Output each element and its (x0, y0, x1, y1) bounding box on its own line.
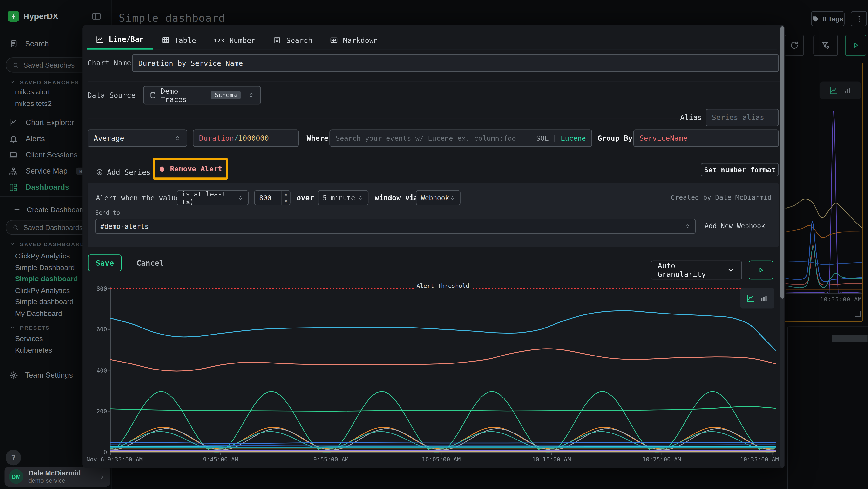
dashboard-tile-content (832, 335, 868, 342)
dashboard-list-item[interactable]: Simple dashboard (15, 297, 73, 308)
tile-resize-handle[interactable] (855, 311, 861, 317)
mini-chart-axis (785, 293, 862, 294)
field-input[interactable]: Duration/1000000 (193, 130, 299, 147)
alert-prefix-label: Alert when the value (96, 190, 180, 205)
save-button[interactable]: Save (88, 254, 122, 271)
database-icon (150, 91, 156, 99)
window-via-label: window via (375, 190, 418, 205)
saved-search-item[interactable]: mikes tets2 (15, 99, 52, 110)
run-query-button[interactable] (845, 34, 866, 56)
filter-icon (821, 41, 830, 50)
data-source-select[interactable]: Demo Traces Schema (143, 86, 261, 104)
alias-input[interactable]: Series alias (706, 109, 779, 126)
granularity-select[interactable]: Auto Granularity (651, 261, 742, 280)
refresh-button[interactable] (784, 34, 804, 56)
sql-toggle[interactable]: SQL (536, 134, 549, 142)
chart-type-tabs: Line/BarTable123NumberSearchMarkdown (87, 31, 777, 50)
presets-header[interactable]: PRESETS (9, 324, 50, 332)
where-search-input[interactable]: Search your events w/ Lucene ex. column:… (329, 130, 592, 147)
background-mini-chart (785, 86, 862, 294)
group-by-label: Group By (598, 130, 633, 147)
divider (88, 118, 681, 118)
x-tick-label: 10:15:00 AM (518, 456, 585, 463)
saved-searches-header[interactable]: SAVED SEARCHES (9, 78, 79, 86)
cancel-button[interactable]: Cancel (136, 254, 164, 271)
chart-name-input[interactable]: Duration by Service Name (132, 54, 779, 72)
timeseries-chart (111, 284, 777, 459)
y-tick-label: 0 (90, 449, 107, 456)
page-title: Simple dashboard (119, 12, 225, 24)
user-card[interactable]: DM Dale McDiarmid demo-service - (4, 466, 110, 487)
field-expression: Duration/1000000 (199, 134, 269, 142)
gear-icon (9, 371, 18, 379)
doc-icon (273, 36, 281, 44)
send-to-select[interactable]: #demo-alerts (95, 219, 695, 234)
x-tick-label: Nov 6 9:35:00 AM (86, 456, 143, 463)
dashboard-list-item[interactable]: My Dashboard (15, 309, 62, 319)
saved-search-item[interactable]: mikes alert (15, 88, 50, 98)
add-series-button[interactable]: Add Series (96, 165, 151, 179)
number-icon: 123 (214, 37, 224, 43)
y-tick-label: 600 (90, 326, 107, 333)
plus-icon (13, 206, 21, 213)
brand: HyperDX (8, 9, 58, 23)
lucene-toggle[interactable]: Lucene (561, 134, 586, 142)
filter-button[interactable] (813, 34, 838, 56)
sitemap-icon (9, 167, 18, 175)
x-tick-label: 9:45:00 AM (187, 456, 254, 463)
chevron-right-icon (99, 473, 106, 480)
laptop-icon (9, 150, 18, 159)
alert-condition-select[interactable]: is at least (≥) (177, 190, 249, 205)
bell-icon (158, 165, 166, 172)
aggregation-select[interactable]: Average (88, 130, 187, 147)
dashboard-tile (787, 326, 868, 489)
annotation-highlight-box: Remove Alert (153, 158, 228, 179)
preset-item[interactable]: Services (15, 334, 43, 344)
alert-channel-select[interactable]: Webhook (416, 190, 461, 205)
run-chart-button[interactable] (749, 261, 773, 280)
remove-alert-button[interactable]: Remove Alert (158, 165, 222, 173)
updown-chevron-icon (450, 195, 456, 201)
grid-icon (9, 183, 18, 192)
alert-threshold-input[interactable]: 800 ▲▼ (254, 190, 290, 205)
sidebar-collapse-button[interactable] (91, 11, 102, 22)
panel-collapse-icon (91, 11, 101, 21)
tab-search[interactable]: Search (265, 31, 321, 50)
dashboard-list-item[interactable]: ClickPy Analytics (15, 252, 70, 262)
search-icon (12, 62, 19, 68)
tab-table[interactable]: Table (153, 31, 205, 50)
table-icon (161, 36, 169, 44)
tab-markdown[interactable]: Markdown (321, 31, 387, 50)
schema-badge: Schema (211, 91, 241, 99)
set-number-format-button[interactable]: Set number format (701, 163, 779, 176)
md-icon (330, 36, 338, 44)
user-name: Dale McDiarmid (28, 469, 81, 477)
dashboard-list-item[interactable]: ClickPy Analytics (15, 286, 70, 296)
alert-window-select[interactable]: 5 minute (318, 190, 368, 205)
tags-button[interactable]: 0 Tags (811, 11, 845, 26)
alert-config-panel: Alert when the value is at least (≥) 800… (88, 183, 779, 247)
more-options-button[interactable] (850, 11, 867, 26)
play-icon (757, 266, 765, 274)
preset-item[interactable]: Kubernetes (15, 346, 52, 356)
chart-type-toggle[interactable] (740, 288, 774, 309)
help-button[interactable]: ? (5, 450, 21, 466)
chevron-down-icon (9, 79, 15, 85)
x-tick-label: 9:55:00 AM (298, 456, 364, 463)
group-by-input[interactable]: ServiceName (633, 130, 779, 147)
dashboard-list-item[interactable]: Simple Dashboard (15, 263, 74, 273)
chevron-down-icon (727, 266, 735, 274)
dashboard-list-item[interactable]: Simple dashboard (15, 275, 78, 285)
send-to-label: Send to (95, 209, 120, 216)
tab-line-bar[interactable]: Line/Bar (87, 31, 153, 50)
tab-number[interactable]: 123Number (205, 31, 265, 50)
bell-icon (9, 134, 18, 143)
x-tick-label: 10:05:00 AM (408, 456, 474, 463)
number-stepper[interactable]: ▲▼ (282, 191, 290, 205)
modal-scrollbar-thumb[interactable] (780, 26, 784, 298)
alert-threshold-label: Alert Threshold (414, 282, 472, 289)
divider (88, 82, 780, 82)
saved-dashboards-header[interactable]: SAVED DASHBOARDS (9, 240, 89, 248)
add-new-webhook-link[interactable]: Add New Webhook (705, 219, 765, 234)
updown-chevron-icon (238, 195, 244, 201)
